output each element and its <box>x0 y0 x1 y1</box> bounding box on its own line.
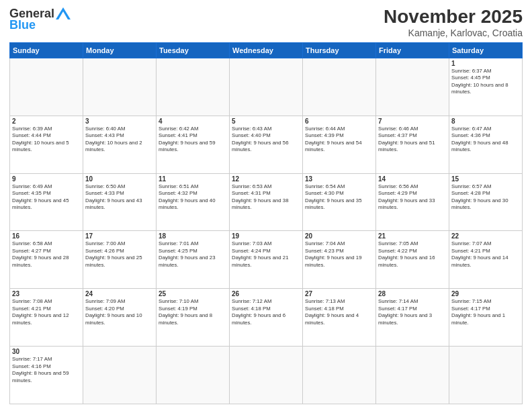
calendar-cell: 8Sunrise: 6:47 AM Sunset: 4:36 PM Daylig… <box>449 116 523 173</box>
day-info: Sunrise: 7:13 AM Sunset: 4:18 PM Dayligh… <box>305 298 373 326</box>
calendar-cell: 6Sunrise: 6:44 AM Sunset: 4:39 PM Daylig… <box>303 116 376 173</box>
calendar-cell: 24Sunrise: 7:09 AM Sunset: 4:20 PM Dayli… <box>83 289 157 347</box>
weekday-header-saturday: Saturday <box>449 42 523 58</box>
calendar-cell: 29Sunrise: 7:15 AM Sunset: 4:17 PM Dayli… <box>449 289 523 347</box>
calendar-cell: 2Sunrise: 6:39 AM Sunset: 4:44 PM Daylig… <box>10 116 83 173</box>
day-number: 10 <box>85 175 154 183</box>
calendar-cell: 19Sunrise: 7:03 AM Sunset: 4:24 PM Dayli… <box>230 231 303 289</box>
calendar-cell: 14Sunrise: 6:56 AM Sunset: 4:29 PM Dayli… <box>376 173 449 231</box>
day-number: 26 <box>232 290 300 298</box>
calendar-cell: 22Sunrise: 7:07 AM Sunset: 4:21 PM Dayli… <box>449 231 523 289</box>
calendar-cell: 9Sunrise: 6:49 AM Sunset: 4:35 PM Daylig… <box>10 173 83 231</box>
day-number: 8 <box>451 118 520 125</box>
calendar-week-row: 9Sunrise: 6:49 AM Sunset: 4:35 PM Daylig… <box>10 173 523 231</box>
day-number: 27 <box>305 290 373 298</box>
weekday-header-row: SundayMondayTuesdayWednesdayThursdayFrid… <box>10 42 523 58</box>
calendar-cell <box>449 347 523 404</box>
calendar-cell <box>303 58 376 116</box>
day-info: Sunrise: 6:57 AM Sunset: 4:28 PM Dayligh… <box>451 183 520 212</box>
calendar-cell: 13Sunrise: 6:54 AM Sunset: 4:30 PM Dayli… <box>303 173 376 231</box>
day-info: Sunrise: 7:01 AM Sunset: 4:25 PM Dayligh… <box>159 240 227 269</box>
calendar-cell: 20Sunrise: 7:04 AM Sunset: 4:23 PM Dayli… <box>303 231 376 289</box>
weekday-header-tuesday: Tuesday <box>157 42 230 58</box>
day-info: Sunrise: 7:10 AM Sunset: 4:19 PM Dayligh… <box>159 298 227 326</box>
day-info: Sunrise: 6:46 AM Sunset: 4:37 PM Dayligh… <box>378 126 447 154</box>
day-number: 30 <box>12 348 81 355</box>
day-number: 7 <box>378 118 447 125</box>
day-number: 15 <box>451 175 520 183</box>
calendar-cell: 7Sunrise: 6:46 AM Sunset: 4:37 PM Daylig… <box>376 116 449 173</box>
calendar-cell: 16Sunrise: 6:58 AM Sunset: 4:27 PM Dayli… <box>10 231 83 289</box>
calendar-cell: 27Sunrise: 7:13 AM Sunset: 4:18 PM Dayli… <box>303 289 376 347</box>
weekday-header-monday: Monday <box>83 42 157 58</box>
day-info: Sunrise: 7:08 AM Sunset: 4:21 PM Dayligh… <box>12 298 81 326</box>
calendar-cell: 23Sunrise: 7:08 AM Sunset: 4:21 PM Dayli… <box>10 289 83 347</box>
day-number: 12 <box>232 175 300 183</box>
logo-blue-text: Blue <box>9 18 36 32</box>
calendar-week-row: 23Sunrise: 7:08 AM Sunset: 4:21 PM Dayli… <box>10 289 523 347</box>
day-number: 11 <box>159 175 227 183</box>
weekday-header-sunday: Sunday <box>10 42 83 58</box>
calendar-cell: 30Sunrise: 7:17 AM Sunset: 4:16 PM Dayli… <box>10 347 83 404</box>
calendar-cell: 10Sunrise: 6:50 AM Sunset: 4:33 PM Dayli… <box>83 173 157 231</box>
day-number: 17 <box>85 232 154 240</box>
calendar-cell: 15Sunrise: 6:57 AM Sunset: 4:28 PM Dayli… <box>449 173 523 231</box>
calendar-cell: 25Sunrise: 7:10 AM Sunset: 4:19 PM Dayli… <box>157 289 230 347</box>
day-number: 6 <box>305 118 373 125</box>
logo-icon <box>56 7 71 19</box>
day-info: Sunrise: 7:17 AM Sunset: 4:16 PM Dayligh… <box>12 356 81 384</box>
calendar-cell: 12Sunrise: 6:53 AM Sunset: 4:31 PM Dayli… <box>230 173 303 231</box>
day-info: Sunrise: 6:50 AM Sunset: 4:33 PM Dayligh… <box>85 183 154 212</box>
day-info: Sunrise: 6:58 AM Sunset: 4:27 PM Dayligh… <box>12 240 81 269</box>
day-info: Sunrise: 7:09 AM Sunset: 4:20 PM Dayligh… <box>85 298 154 326</box>
calendar-cell <box>157 347 230 404</box>
day-number: 19 <box>232 232 300 240</box>
calendar-table: SundayMondayTuesdayWednesdayThursdayFrid… <box>9 42 523 404</box>
day-number: 21 <box>378 232 447 240</box>
day-number: 14 <box>378 175 447 183</box>
day-number: 28 <box>378 290 447 298</box>
day-number: 2 <box>12 118 81 125</box>
day-info: Sunrise: 6:40 AM Sunset: 4:43 PM Dayligh… <box>85 126 154 154</box>
calendar-cell: 5Sunrise: 6:43 AM Sunset: 4:40 PM Daylig… <box>230 116 303 173</box>
day-info: Sunrise: 6:53 AM Sunset: 4:31 PM Dayligh… <box>232 183 300 212</box>
day-number: 25 <box>159 290 227 298</box>
day-info: Sunrise: 6:49 AM Sunset: 4:35 PM Dayligh… <box>12 183 81 212</box>
calendar-cell: 21Sunrise: 7:05 AM Sunset: 4:22 PM Dayli… <box>376 231 449 289</box>
day-number: 23 <box>12 290 81 298</box>
day-info: Sunrise: 7:14 AM Sunset: 4:17 PM Dayligh… <box>378 298 447 326</box>
day-info: Sunrise: 6:54 AM Sunset: 4:30 PM Dayligh… <box>305 183 373 212</box>
day-info: Sunrise: 6:47 AM Sunset: 4:36 PM Dayligh… <box>451 126 520 154</box>
day-number: 24 <box>85 290 154 298</box>
day-info: Sunrise: 6:37 AM Sunset: 4:45 PM Dayligh… <box>451 68 520 96</box>
calendar-cell: 26Sunrise: 7:12 AM Sunset: 4:18 PM Dayli… <box>230 289 303 347</box>
day-info: Sunrise: 6:42 AM Sunset: 4:41 PM Dayligh… <box>159 126 227 154</box>
calendar-cell: 11Sunrise: 6:51 AM Sunset: 4:32 PM Dayli… <box>157 173 230 231</box>
title-block: November 2025 Kamanje, Karlovac, Croatia <box>384 7 523 38</box>
calendar-cell <box>230 347 303 404</box>
day-number: 13 <box>305 175 373 183</box>
day-number: 29 <box>451 290 520 298</box>
day-number: 4 <box>159 118 227 125</box>
day-info: Sunrise: 7:05 AM Sunset: 4:22 PM Dayligh… <box>378 240 447 269</box>
month-title: November 2025 <box>384 7 523 28</box>
logo: General Blue <box>9 7 71 32</box>
calendar-cell: 17Sunrise: 7:00 AM Sunset: 4:26 PM Dayli… <box>83 231 157 289</box>
calendar-cell <box>83 347 157 404</box>
page: General Blue November 2025 Kamanje, Karl… <box>0 0 532 411</box>
location-title: Kamanje, Karlovac, Croatia <box>384 28 523 38</box>
calendar-cell <box>10 58 83 116</box>
day-number: 22 <box>451 232 520 240</box>
day-number: 20 <box>305 232 373 240</box>
day-number: 5 <box>232 118 300 125</box>
header: General Blue November 2025 Kamanje, Karl… <box>9 7 523 38</box>
calendar-week-row: 30Sunrise: 7:17 AM Sunset: 4:16 PM Dayli… <box>10 347 523 404</box>
calendar-cell: 1Sunrise: 6:37 AM Sunset: 4:45 PM Daylig… <box>449 58 523 116</box>
calendar-cell <box>376 347 449 404</box>
calendar-cell: 18Sunrise: 7:01 AM Sunset: 4:25 PM Dayli… <box>157 231 230 289</box>
calendar-cell <box>83 58 157 116</box>
day-info: Sunrise: 6:39 AM Sunset: 4:44 PM Dayligh… <box>12 126 81 154</box>
day-info: Sunrise: 7:15 AM Sunset: 4:17 PM Dayligh… <box>451 298 520 326</box>
day-info: Sunrise: 6:43 AM Sunset: 4:40 PM Dayligh… <box>232 126 300 154</box>
day-number: 18 <box>159 232 227 240</box>
